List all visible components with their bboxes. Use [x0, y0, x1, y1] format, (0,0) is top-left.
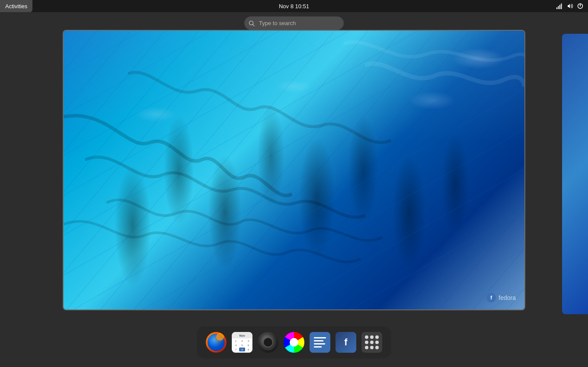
search-icon	[249, 20, 255, 26]
system-tray	[556, 3, 588, 10]
search-container	[244, 16, 344, 30]
top-bar: Activities Nov 8 10:51	[0, 0, 588, 12]
svg-rect-2	[559, 5, 560, 9]
svg-rect-3	[561, 3, 562, 9]
network-icon[interactable]	[556, 3, 563, 10]
fedora-logo-icon: f	[486, 293, 496, 303]
dock: Nov 1 2 3 4 5 6 7 8 9	[197, 326, 391, 358]
svg-rect-1	[558, 6, 559, 9]
activities-button[interactable]: Activities	[0, 0, 32, 12]
color-icon	[284, 332, 304, 353]
power-icon[interactable]	[577, 3, 584, 10]
dock-item-firefox[interactable]	[205, 331, 228, 354]
fedora-software-icon: f	[336, 332, 356, 353]
calendar-month: Nov	[232, 332, 252, 338]
fedora-text: fedora	[499, 294, 516, 301]
svg-line-7	[253, 24, 255, 26]
workspace-secondary[interactable]	[562, 34, 588, 314]
appgrid-icon	[361, 332, 382, 353]
dock-item-texteditor[interactable]	[308, 331, 332, 354]
dock-item-rhythmbox[interactable]	[256, 331, 280, 354]
svg-rect-0	[556, 7, 557, 9]
fedora-watermark: f fedora	[486, 293, 516, 303]
workspace-main[interactable]: f fedora	[63, 30, 525, 310]
dock-item-calendar[interactable]: Nov 1 2 3 4 5 6 7 8 9	[230, 331, 254, 354]
rhythmbox-icon	[258, 332, 278, 353]
dock-item-color[interactable]	[282, 331, 306, 354]
firefox-icon	[206, 332, 227, 353]
dock-item-appgrid[interactable]	[360, 331, 383, 354]
clock-display: Nov 8 10:51	[279, 3, 309, 10]
volume-icon[interactable]	[566, 3, 573, 10]
calendar-icon: Nov 1 2 3 4 5 6 7 8 9	[232, 332, 252, 353]
texteditor-icon	[310, 332, 330, 353]
wallpaper-main: f fedora	[64, 31, 524, 309]
search-input[interactable]	[244, 16, 344, 30]
calendar-body: 1 2 3 4 5 6 7 8 9	[232, 338, 252, 352]
dock-item-fedora-software[interactable]: f	[334, 331, 358, 354]
workspaces-area: f fedora	[0, 34, 588, 306]
workspace-secondary-bg	[562, 34, 588, 314]
